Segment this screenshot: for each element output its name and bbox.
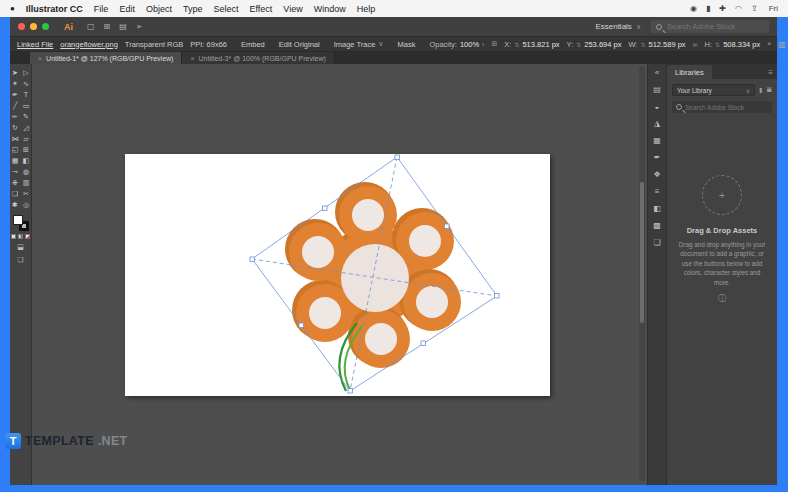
drawing-mode-icon[interactable]: ⬓ (17, 243, 24, 251)
apple-icon[interactable]: ● (10, 4, 15, 13)
gradient-panel-icon[interactable]: ◧ (653, 204, 661, 213)
magic-wand-tool-icon[interactable]: ✶ (10, 78, 21, 89)
linked-file-link[interactable]: Linked File (17, 40, 53, 49)
selection-handle[interactable] (348, 389, 353, 394)
screen-mode-icon[interactable]: ❏ (17, 256, 24, 264)
free-transform-tool-icon[interactable]: ▱ (21, 133, 32, 144)
opacity-control[interactable]: Opacity: 100% › (429, 40, 484, 49)
close-icon[interactable]: × (190, 55, 194, 62)
control-center-icon[interactable]: ✚ (719, 4, 726, 13)
layers-panel-icon[interactable]: ❏ (653, 238, 660, 247)
width-field[interactable]: W: ⇅ 512.589 px (628, 40, 685, 49)
graph-tool-icon[interactable]: ▥ (21, 177, 32, 188)
slice-tool-icon[interactable]: ✂ (21, 188, 32, 199)
wifi-icon[interactable]: ◠ (735, 4, 742, 13)
x-position-value[interactable]: 513.821 px (522, 40, 559, 49)
library-search-input[interactable] (672, 101, 772, 113)
filename-link[interactable]: orangeflower.png (60, 40, 118, 49)
artboard[interactable] (125, 154, 550, 396)
scrollbar-thumb[interactable] (640, 182, 644, 323)
menu-app-name[interactable]: Illustrator CC (26, 4, 83, 14)
blend-tool-icon[interactable]: ◍ (21, 166, 32, 177)
info-icon[interactable]: ⓘ (675, 293, 769, 304)
y-position-field[interactable]: Y: ⇅ 253.694 px (567, 40, 622, 49)
stepper-icon[interactable]: ⇅ (576, 41, 581, 48)
rectangle-tool-icon[interactable]: ▭ (21, 100, 32, 111)
shape-builder-tool-icon[interactable]: ◱ (10, 144, 21, 155)
panel-menu-icon[interactable]: ≡ (764, 68, 777, 79)
selection-tool-icon[interactable]: ➤ (10, 67, 21, 78)
close-window-button[interactable] (18, 23, 25, 30)
direct-selection-tool-icon[interactable]: ▷ (21, 67, 32, 78)
symbol-sprayer-tool-icon[interactable]: ❉ (10, 177, 21, 188)
stepper-icon[interactable]: ⇅ (640, 41, 645, 48)
fill-swatch[interactable] (13, 215, 23, 225)
mask-button[interactable]: Mask (397, 40, 415, 49)
spotlight-icon[interactable]: ⇪ (751, 4, 758, 13)
stepper-icon[interactable]: ⇅ (715, 41, 720, 48)
selection-handle[interactable] (495, 294, 500, 299)
share-icon[interactable]: ➢ (136, 22, 143, 31)
collapse-panels-icon[interactable]: « (655, 68, 659, 77)
grid-view-icon[interactable]: ‖ (759, 87, 762, 94)
menu-item[interactable]: Select (213, 4, 238, 14)
align-panel-icon[interactable]: ▥ (778, 40, 786, 49)
zoom-tool-icon[interactable]: ◎ (21, 199, 32, 210)
siri-icon[interactable]: ◉ (690, 4, 697, 13)
properties-panel-icon[interactable]: ▤ (653, 85, 661, 94)
selection-handle[interactable] (299, 323, 304, 328)
list-view-icon[interactable]: ≣ (766, 86, 772, 94)
menubar-clock[interactable]: Fri (769, 4, 778, 13)
close-icon[interactable]: × (38, 55, 42, 62)
width-tool-icon[interactable]: ⋈ (10, 133, 21, 144)
gradient-mode-icon[interactable] (18, 234, 23, 239)
gradient-tool-icon[interactable]: ◧ (21, 155, 32, 166)
menu-item[interactable]: File (94, 4, 109, 14)
edit-original-button[interactable]: Edit Original (279, 40, 320, 49)
grid-icon[interactable]: ⊞ (104, 22, 111, 31)
brushes-panel-icon[interactable]: ✒ (654, 153, 661, 162)
new-document-icon[interactable]: ▢ (87, 22, 95, 31)
zoom-window-button[interactable] (42, 23, 49, 30)
height-value[interactable]: 508.334 px (723, 40, 760, 49)
tab-untitled-1[interactable]: × Untitled-1* @ 127% (RGB/GPU Preview) (30, 52, 182, 64)
layout-icon[interactable]: ▤ (119, 22, 127, 31)
link-dimensions-icon[interactable]: ∞ (693, 41, 698, 48)
menu-item[interactable]: Object (146, 4, 172, 14)
symbols-panel-icon[interactable]: ❖ (653, 170, 660, 179)
canvas-scrollbar[interactable] (639, 66, 645, 481)
opacity-value[interactable]: 100% (460, 40, 479, 49)
menu-item[interactable]: Edit (119, 4, 135, 14)
height-field[interactable]: H: ⇅ 508.334 px (705, 40, 761, 49)
embed-button[interactable]: Embed (241, 40, 265, 49)
image-trace-button[interactable]: Image Trace ∨ (334, 40, 384, 49)
menu-item[interactable]: View (283, 4, 302, 14)
transparency-panel-icon[interactable]: ▩ (653, 221, 661, 230)
paintbrush-tool-icon[interactable]: ✏ (10, 111, 21, 122)
selection-handle[interactable] (395, 155, 400, 160)
battery-icon[interactable]: ▮ (706, 4, 710, 13)
tab-untitled-3[interactable]: × Untitled-3* @ 100% (RGB/GPU Preview) (182, 52, 334, 64)
drop-target[interactable]: + (702, 175, 742, 215)
tab-libraries[interactable]: Libraries (667, 65, 712, 79)
scale-tool-icon[interactable]: ◿ (21, 122, 32, 133)
x-position-field[interactable]: X: ⇅ 513.821 px (504, 40, 559, 49)
perspective-grid-tool-icon[interactable]: ⊞ (21, 144, 32, 155)
reference-point-locator-icon[interactable]: ⊞ (491, 40, 497, 48)
mesh-tool-icon[interactable]: ▦ (10, 155, 21, 166)
line-segment-tool-icon[interactable]: ╱ (10, 100, 21, 111)
pen-tool-icon[interactable]: ✒ (10, 89, 21, 100)
transform-icon[interactable]: ⌖ (767, 40, 771, 48)
minimize-window-button[interactable] (30, 23, 37, 30)
workspace-switcher[interactable]: Essentials ∨ (595, 22, 641, 31)
library-select[interactable]: Your Library ∨ (672, 84, 755, 96)
artboard-tool-icon[interactable]: ❏ (10, 188, 21, 199)
color-mode-icon[interactable] (11, 234, 16, 239)
menu-item[interactable]: Type (183, 4, 203, 14)
stroke-panel-icon[interactable]: ≡ (655, 187, 660, 196)
type-tool-icon[interactable]: T (21, 89, 32, 100)
width-value[interactable]: 512.589 px (648, 40, 685, 49)
selection-handle[interactable] (323, 206, 328, 211)
hand-tool-icon[interactable]: ✱ (10, 199, 21, 210)
selection-handle[interactable] (250, 257, 255, 262)
